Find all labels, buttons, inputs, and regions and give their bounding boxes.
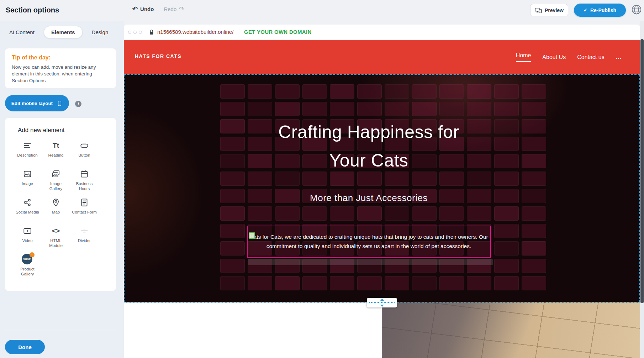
resize-handle-green[interactable] [249,232,255,239]
page-title: Section options [6,6,59,14]
tab-ai-content[interactable]: AI Content [9,29,35,35]
element-social-media[interactable]: Social Media [13,197,42,225]
video-play-icon [23,225,32,237]
check-icon: ✓ [584,7,587,13]
site-url-text: n1566589.websitebuilder.online/ [157,29,233,35]
arrow-up-icon [380,299,384,301]
element-label: Business Hours [72,181,97,191]
element-html-module[interactable]: <> HTML Module [42,225,70,254]
element-label: Image [22,181,33,186]
get-your-own-domain-link[interactable]: GET YOUR OWN DOMAIN [244,29,312,35]
undo-label: Undo [140,6,154,12]
pavement-photo [382,302,640,358]
description-lines-icon [23,140,32,151]
site-preview-window: n1566589.websitebuilder.online/ GET YOUR… [124,25,640,358]
calendar-icon [80,168,89,180]
element-label: HTML Module [43,238,68,248]
window-control-dot [139,31,142,34]
tab-elements[interactable]: Elements [44,26,83,38]
element-label: Product Gallery [15,267,40,277]
image-gallery-icon [51,168,60,180]
element-label: Social Media [16,210,39,215]
element-grid: Description Tt Heading Button [13,140,99,282]
shop-upgrade-badge-icon: ↑ [30,252,35,257]
element-label: Button [78,153,90,158]
element-label: Map [52,210,60,215]
element-label: Image Gallery [43,181,68,191]
shop-icon: SHOP ↑ [22,254,33,265]
element-image-gallery[interactable]: Image Gallery [42,168,70,197]
redo-label: Redo [164,6,176,12]
shop-icon-text: SHOP [23,258,31,260]
element-business-hours[interactable]: Business Hours [70,168,99,197]
next-section-area [124,302,640,358]
section-resize-drag-handle[interactable] [367,298,397,307]
preview-button[interactable]: Preview [530,4,568,16]
phone-icon [57,100,63,107]
element-button[interactable]: Button [70,140,99,168]
nav-item-about-us[interactable]: About Us [542,54,566,60]
undo-button[interactable]: ↶ Undo [132,6,154,12]
nav-item-contact-us[interactable]: Contact us [577,54,604,60]
button-shape-icon [80,140,89,151]
element-video[interactable]: Video [13,225,42,254]
element-label: Divider [78,238,91,243]
redo-button[interactable]: Redo ↷ [164,6,184,12]
element-map[interactable]: Map [42,197,70,225]
nav-item-home[interactable]: Home [516,52,531,62]
site-nav: Home About Us Contact us ... [516,40,622,74]
hero-section[interactable]: Crafting Happiness for Your Cats More th… [124,74,640,302]
tip-body: Now you can add, move and resize any ele… [12,64,109,84]
window-control-dot [128,31,131,34]
element-divider[interactable]: Divider [70,225,99,254]
element-image[interactable]: Image [13,168,42,197]
undo-icon: ↶ [132,6,138,12]
republish-button[interactable]: ✓ Re-Publish [574,4,626,17]
edit-mobile-label: Edit mobile layout [11,101,53,106]
republish-label: Re-Publish [590,7,616,13]
info-icon[interactable]: i [75,101,81,107]
image-icon [23,168,32,180]
element-label: Video [22,238,32,243]
add-element-panel: Add new element Description Tt Heading [5,118,116,291]
edit-mobile-layout-button[interactable]: Edit mobile layout [5,95,69,111]
window-control-dot [133,31,137,34]
scrollbar-thumb[interactable] [640,39,644,303]
divider-line-icon [80,225,89,237]
tab-design[interactable]: Design [92,29,109,35]
sidebar: AI Content Elements Design Tip of the da… [0,21,124,358]
share-icon [23,197,32,208]
devices-preview-icon [535,7,542,14]
element-shadow-bar [248,259,493,265]
element-label: Contact Form [72,210,97,215]
site-logo[interactable]: HATS FOR CATS [135,53,181,59]
form-icon [80,197,89,208]
tip-title: Tip of the day: [12,54,109,61]
add-element-title: Add new element [18,127,64,134]
arrow-down-icon [380,305,384,307]
redo-icon: ↷ [179,6,184,12]
element-label: Description [17,153,38,158]
preview-label: Preview [545,7,564,13]
sidebar-divider [5,330,116,330]
sidebar-tabs: AI Content Elements Design [9,26,108,38]
element-description[interactable]: Description [13,140,42,168]
map-pin-icon [51,197,60,208]
lock-icon [149,29,154,35]
element-label: Heading [48,153,64,158]
undo-redo-group: ↶ Undo Redo ↷ [132,6,184,12]
heading-tt-icon: Tt [53,140,59,151]
done-button[interactable]: Done [5,340,45,354]
element-product-gallery[interactable]: SHOP ↑ Product Gallery [13,254,42,282]
tip-of-the-day-card: Tip of the day: Now you can add, move an… [5,48,116,88]
hero-heading[interactable]: Crafting Happiness for Your Cats [259,118,479,175]
language-globe-icon[interactable] [630,3,643,16]
hero-content: Crafting Happiness for Your Cats More th… [124,74,614,302]
element-contact-form[interactable]: Contact Form [70,197,99,225]
hero-paragraph: Hats for Cats, we are dedicated to craft… [248,232,490,251]
hero-subheading[interactable]: More than Just Accessories [124,193,614,204]
selected-text-element[interactable]: Hats for Cats, we are dedicated to craft… [247,226,491,258]
element-heading[interactable]: Tt Heading [42,140,70,168]
nav-more-menu[interactable]: ... [616,54,622,60]
site-header: HATS FOR CATS Home About Us Contact us .… [124,40,640,74]
